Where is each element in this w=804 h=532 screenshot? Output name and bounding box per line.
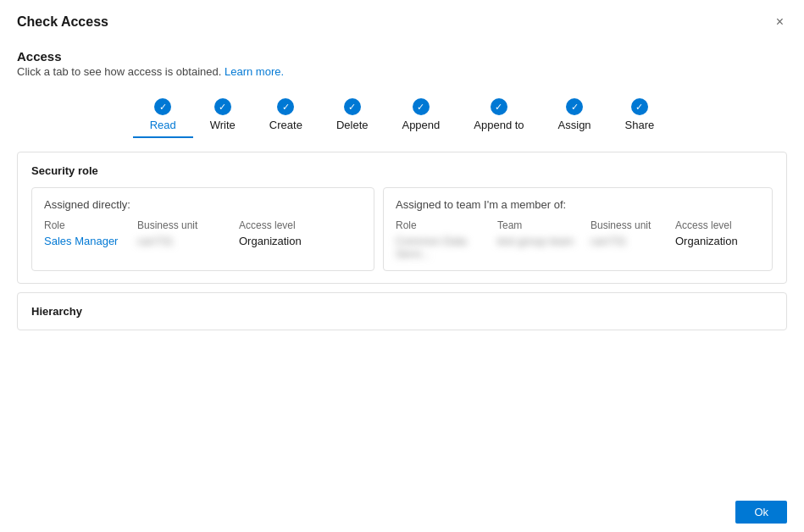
access-section: Access Click a tab to see how access is …: [17, 49, 787, 78]
tab-share-icon: ✓: [631, 98, 648, 115]
tab-assign-icon: ✓: [566, 98, 583, 115]
tab-delete-label: Delete: [336, 119, 369, 131]
assigned-to-team-header: Role Team Business unit Access level: [396, 219, 760, 231]
access-level-cell: Organization: [239, 235, 324, 247]
access-level-cell2: Organization: [675, 235, 760, 247]
col-header-role: Role: [44, 219, 137, 231]
col-header-bu: Business unit: [137, 219, 239, 231]
assigned-directly-card: Assigned directly: Role Business unit Ac…: [31, 187, 374, 271]
tab-share[interactable]: ✓ Share: [608, 93, 672, 138]
tab-append[interactable]: ✓ Append: [385, 93, 457, 138]
access-subtitle: Click a tab to see how access is obtaine…: [17, 65, 787, 78]
tab-write[interactable]: ✓ Write: [193, 93, 252, 138]
security-role-title: Security role: [31, 164, 773, 177]
hierarchy-card: Hierarchy: [17, 292, 787, 330]
role-link-manager[interactable]: Manager: [72, 235, 119, 247]
tab-assign[interactable]: ✓ Assign: [541, 93, 608, 138]
business-unit-cell2: can731: [591, 235, 675, 247]
tab-append-label: Append: [402, 119, 440, 131]
assigned-directly-header: Role Business unit Access level: [44, 219, 362, 231]
dialog-footer: Ok: [0, 492, 804, 532]
learn-more-link[interactable]: Learn more.: [225, 65, 284, 78]
col-header-access2: Access level: [675, 219, 760, 231]
business-unit-cell: can731: [137, 235, 239, 247]
hierarchy-title: Hierarchy: [31, 305, 773, 318]
tab-append-to-label: Append to: [474, 119, 524, 131]
tab-create-icon: ✓: [277, 98, 294, 115]
ok-button[interactable]: Ok: [735, 501, 787, 524]
inner-cards: Assigned directly: Role Business unit Ac…: [31, 187, 773, 271]
tab-create-label: Create: [269, 119, 302, 131]
dialog-header: Check Access ×: [0, 0, 804, 41]
role-cell2: Common Data Servi...: [396, 235, 497, 260]
table-row: Sales Manager can731 Organization: [44, 235, 362, 247]
assigned-to-team-card: Assigned to team I'm a member of: Role T…: [383, 187, 773, 271]
tabs-container: ✓ Read ✓ Write ✓ Create ✓ Delete ✓ Appen…: [17, 93, 787, 138]
dialog-body: Access Click a tab to see how access is …: [0, 41, 804, 492]
role-cell: Sales Manager: [44, 235, 137, 247]
tab-create[interactable]: ✓ Create: [252, 93, 319, 138]
tab-read-icon: ✓: [154, 98, 171, 115]
dialog-title: Check Access: [17, 14, 108, 30]
tab-delete[interactable]: ✓ Delete: [319, 93, 385, 138]
assigned-directly-label: Assigned directly:: [44, 198, 362, 211]
team-cell: test group team: [497, 235, 591, 247]
tab-delete-icon: ✓: [344, 98, 361, 115]
col-header-role2: Role: [396, 219, 497, 231]
tab-assign-label: Assign: [558, 119, 591, 131]
tab-append-to-icon: ✓: [491, 98, 507, 115]
check-access-dialog: Check Access × Access Click a tab to see…: [0, 0, 804, 532]
tab-append-to[interactable]: ✓ Append to: [457, 93, 541, 138]
tab-read[interactable]: ✓ Read: [133, 93, 193, 138]
assigned-to-team-label: Assigned to team I'm a member of:: [396, 198, 760, 211]
col-header-team: Team: [497, 219, 591, 231]
col-header-access: Access level: [239, 219, 324, 231]
access-title: Access: [17, 49, 787, 64]
tab-write-label: Write: [210, 119, 236, 131]
tab-write-icon: ✓: [214, 98, 231, 115]
role-link-sales[interactable]: Sales: [44, 235, 72, 247]
security-role-card: Security role Assigned directly: Role Bu…: [17, 152, 787, 284]
tab-share-label: Share: [625, 119, 655, 131]
tab-read-label: Read: [150, 119, 176, 131]
col-header-bu2: Business unit: [591, 219, 675, 231]
tab-append-icon: ✓: [413, 98, 430, 115]
table-row: Common Data Servi... test group team can…: [396, 235, 760, 260]
close-button[interactable]: ×: [773, 12, 787, 32]
